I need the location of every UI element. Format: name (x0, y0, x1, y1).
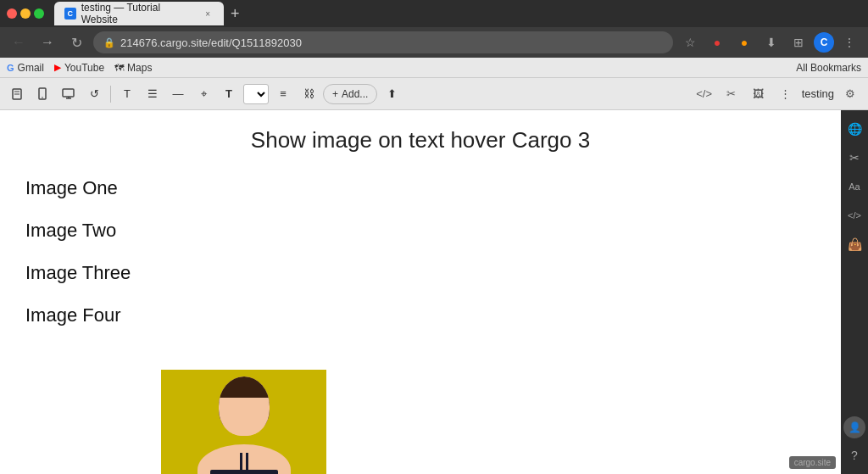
item-label-1: Image One (25, 177, 118, 198)
bag-icon-button[interactable]: 👜 (843, 232, 866, 256)
bookmark-youtube[interactable]: ▶ YouTube (54, 62, 104, 74)
menu-dots-button[interactable]: ⋮ (775, 83, 797, 105)
editor-toolbar: ↺ T ☰ — ⌖ T Bodycopy ≡ ⛓ + Add... ⬆ </> … (0, 78, 868, 110)
forward-button[interactable]: → (36, 31, 59, 54)
link-icon-button[interactable]: ⛓ (298, 83, 320, 105)
extension-orange-button[interactable]: ● (732, 31, 756, 54)
device-desktop-icon-button[interactable] (58, 83, 80, 105)
address-bar-row: ← → ↻ 🔒 214676.cargo.site/edit/Q15118920… (0, 27, 868, 58)
settings-icon-button[interactable]: ⚙ (839, 83, 861, 105)
back-button[interactable]: ← (7, 31, 31, 54)
content-area: Show image on text hover Cargo 3 Image O… (0, 110, 841, 474)
item-label-3: Image Three (25, 262, 131, 283)
item-label-4: Image Four (25, 304, 121, 326)
add-button[interactable]: + Add... (323, 84, 377, 104)
maps-label: Maps (127, 62, 152, 74)
youtube-label: YouTube (64, 62, 104, 74)
gmail-icon: G (7, 63, 14, 73)
all-bookmarks-link[interactable]: All Bookmarks (796, 62, 861, 74)
globe-icon-button[interactable]: 🌐 (843, 117, 866, 141)
arrow-up-icon-button[interactable]: ⬆ (381, 83, 403, 105)
url-text: 214676.cargo.site/edit/Q1511892030 (120, 36, 302, 49)
svg-point-4 (42, 97, 43, 98)
hover-image-container (161, 370, 326, 474)
profile-avatar[interactable]: C (814, 32, 834, 53)
minimize-button[interactable] (20, 8, 31, 19)
woman-face-skin (219, 398, 270, 436)
tab-bar: C testing — Tutorial Website × + (54, 2, 861, 25)
text-format-icon-button[interactable]: T (116, 83, 138, 105)
bookmark-gmail[interactable]: G Gmail (7, 62, 44, 74)
window-controls (7, 8, 44, 19)
gmail-label: Gmail (18, 62, 44, 74)
list-item: Image Three (25, 264, 815, 282)
woman-head (219, 376, 270, 436)
user-profile-button[interactable]: 👤 (843, 416, 865, 438)
scissors-right-icon-button[interactable]: ✂ (843, 146, 866, 170)
strap-left (240, 453, 242, 474)
help-icon-button[interactable]: ? (843, 443, 866, 467)
secure-icon: 🔒 (103, 37, 115, 48)
star-button[interactable]: ☆ (678, 31, 702, 54)
tab-close-button[interactable]: × (202, 8, 214, 20)
style-select[interactable]: Bodycopy (243, 84, 269, 104)
image-list-container: Image One Image Two Image Three Image Fo… (25, 179, 815, 325)
cursor-icon-button[interactable]: ⌖ (192, 83, 214, 105)
title-bar: C testing — Tutorial Website × + (0, 0, 868, 27)
close-button[interactable] (7, 8, 17, 19)
pages-icon-button[interactable] (7, 83, 29, 105)
new-tab-button[interactable]: + (224, 5, 247, 23)
hover-image (161, 370, 326, 474)
image-icon-button[interactable]: 🖼 (748, 83, 770, 105)
add-plus-icon: + (332, 88, 338, 100)
text-type-icon-button[interactable]: T (218, 83, 240, 105)
download-button[interactable]: ⬇ (760, 31, 783, 54)
main-layout: Show image on text hover Cargo 3 Image O… (0, 110, 868, 474)
youtube-icon: ▶ (54, 63, 61, 72)
undo-icon-button[interactable]: ↺ (83, 83, 105, 105)
tab-favicon: C (64, 8, 76, 20)
tab-title: testing — Tutorial Website (81, 2, 198, 25)
editor-toolbar-right: </> ✂ 🖼 ⋮ testing ⚙ (693, 83, 861, 105)
bookmark-maps[interactable]: 🗺 Maps (114, 62, 152, 74)
toolbar-separator-1 (110, 86, 111, 103)
cargo-badge: cargo.site (789, 456, 836, 469)
add-label: Add... (342, 88, 368, 100)
woman-dress (210, 470, 278, 474)
svg-rect-5 (63, 89, 74, 97)
toolbar-icons-right: ☆ ● ● ⬇ ⊞ C ⋮ (678, 31, 861, 54)
strap-right (246, 453, 248, 474)
address-bar[interactable]: 🔒 214676.cargo.site/edit/Q1511892030 (93, 31, 673, 53)
code-view-button[interactable]: </> (693, 83, 715, 105)
divider-icon-button[interactable]: — (167, 83, 189, 105)
list-item: Image Four (25, 306, 815, 325)
device-tablet-icon-button[interactable] (32, 83, 54, 105)
text-size-icon-button[interactable]: Aa (843, 175, 866, 198)
extension-red-button[interactable]: ● (705, 31, 729, 54)
scissors-icon-button[interactable]: ✂ (721, 83, 743, 105)
code-right-icon-button[interactable]: </> (843, 204, 866, 227)
list-item: Image Two (25, 221, 815, 240)
woman-figure (193, 372, 295, 474)
align-icon-button[interactable]: ≡ (272, 83, 294, 105)
page-title: Show image on text hover Cargo 3 (25, 127, 815, 153)
menu-button[interactable]: ⋮ (837, 31, 861, 54)
maximize-button[interactable] (34, 8, 44, 19)
item-label-2: Image Two (25, 220, 116, 241)
active-tab[interactable]: C testing — Tutorial Website × (54, 2, 224, 25)
bookmarks-bar: G Gmail ▶ YouTube 🗺 Maps All Bookmarks (0, 58, 868, 78)
site-name: testing (802, 87, 834, 100)
refresh-button[interactable]: ↻ (64, 31, 88, 54)
profile-switch-button[interactable]: ⊞ (787, 31, 810, 54)
right-sidebar: 🌐 ✂ Aa </> 👜 👤 ? (841, 110, 868, 474)
list-icon-button[interactable]: ☰ (142, 83, 164, 105)
list-item: Image One (25, 179, 815, 198)
maps-icon: 🗺 (114, 63, 124, 73)
